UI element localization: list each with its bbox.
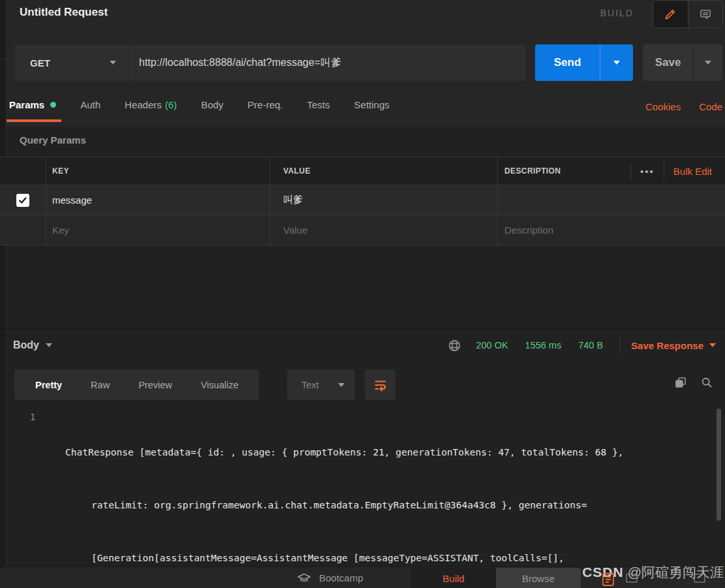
tab-params[interactable]: Params [9,99,56,122]
chevron-down-icon [709,343,716,347]
edit-mode-button[interactable] [653,1,688,27]
keyboard-icon [694,574,705,583]
tab-body[interactable]: Body [201,99,223,122]
headers-count-badge: (6) [165,99,177,110]
response-header: Body 200 OK 1556 ms 740 B Save Response [7,330,725,361]
tab-auth[interactable]: Auth [80,99,100,122]
method-label: GET [30,57,110,69]
save-button-label[interactable]: Save [643,44,694,81]
response-body-viewer[interactable]: 1 ChatResponse [metadata={ id: , usage: … [7,406,725,561]
value-placeholder[interactable]: Value [283,224,307,236]
send-button-label[interactable]: Send [535,44,600,81]
pencil-icon [664,8,677,21]
document-icon [602,572,615,588]
browse-segment[interactable]: Browse [496,568,581,588]
comment-icon [699,8,712,21]
description-placeholder[interactable]: Description [504,224,553,236]
tab-params-label: Params [9,99,44,110]
method-select[interactable]: GET [14,44,128,81]
tab-pretty[interactable]: Pretty [21,380,76,390]
chevron-down-icon [338,383,345,387]
more-dots-icon[interactable]: ••• [640,166,655,177]
table-row: message 叫爹 [0,185,725,215]
build-mode-label: BUILD [600,8,634,18]
param-value-cell[interactable]: 叫爹 [283,194,303,206]
bootcamp-button[interactable]: Bootcamp [297,567,363,588]
tab-raw[interactable]: Raw [76,380,124,390]
request-title: Untitled Request [20,6,108,19]
sidebar-edge [0,0,7,588]
chevron-down-icon [46,343,52,347]
chevron-down-icon [613,61,620,65]
response-size[interactable]: 740 B [578,340,603,350]
param-key-cell[interactable]: message [52,194,92,206]
url-input[interactable] [129,44,526,81]
window-icon [626,574,638,583]
query-params-table: KEY VALUE DESCRIPTION ••• Bulk Edit [0,157,725,245]
comment-mode-button[interactable] [688,1,723,27]
chevron-down-icon [705,61,711,65]
save-button[interactable]: Save [643,44,722,81]
divider [0,328,725,329]
build-segment[interactable]: Build [411,568,496,588]
bootcamp-label: Bootcamp [319,572,363,583]
tab-preview[interactable]: Preview [124,380,187,390]
tab-headers[interactable]: Headers (6) [125,99,177,122]
wrap-text-button[interactable] [365,369,395,400]
search-icon[interactable] [700,376,713,389]
globe-icon[interactable] [448,339,461,352]
tab-visualize[interactable]: Visualize [187,380,253,390]
response-code: ChatResponse [metadata={ id: , usage: { … [65,409,708,588]
build-browse-switch: Build Browse [411,568,581,588]
send-options-caret[interactable] [600,44,633,81]
query-params-title: Query Params [20,134,86,146]
csdn-watermark: CSDN @阿碹勇闯天涯 [582,563,724,581]
format-select[interactable]: Text [287,369,355,400]
tab-pre-request[interactable]: Pre-req. [247,99,283,122]
divider [664,162,664,179]
active-tab-underline [7,119,61,122]
scrollbar-thumb[interactable] [717,409,721,521]
column-header-description: DESCRIPTION [504,166,561,176]
save-response-button[interactable]: Save Response [631,340,716,351]
response-view-tabs: Pretty Raw Preview Visualize [14,369,259,400]
status-bar: Bootcamp Build Browse CSDN @阿碹勇闯天涯 [0,566,725,588]
response-time[interactable]: 1556 ms [525,340,562,350]
tab-tests[interactable]: Tests [307,99,330,122]
copy-icon[interactable] [674,376,687,389]
column-header-value: VALUE [283,166,311,176]
bulk-edit-link[interactable]: Bulk Edit [673,166,712,177]
status-badge[interactable]: 200 OK [476,340,508,350]
send-button[interactable]: Send [535,44,633,81]
code-line: ChatResponse [metadata={ id: , usage: { … [65,444,708,461]
response-body-label: Body [13,339,39,351]
graduation-cap-icon [297,571,311,585]
save-options-caret[interactable] [694,44,722,81]
row-checkbox-checked[interactable] [16,194,29,207]
table-header-row: KEY VALUE DESCRIPTION ••• Bulk Edit [0,157,725,185]
chevron-down-icon [110,61,116,65]
key-placeholder[interactable]: Key [52,224,69,236]
line-number: 1 [7,409,59,426]
request-tabs: Params Auth Headers (6) Body Pre-req. Te… [7,99,725,127]
divider [630,162,631,179]
postman-window: Untitled Request BUILD GET [0,0,725,588]
code-line: rateLimit: org.springframework.ai.chat.m… [65,497,708,514]
format-label: Text [301,380,319,390]
params-active-dot [50,102,56,108]
cookies-link[interactable]: Cookies [645,101,681,112]
code-link[interactable]: Code [699,101,722,112]
response-body-dropdown[interactable]: Body [13,339,52,351]
wrap-text-icon [373,378,388,392]
check-icon [18,196,27,205]
column-header-key: KEY [52,166,69,176]
tab-settings[interactable]: Settings [354,99,390,122]
divider [620,337,621,354]
table-row-empty: Key Value Description [0,215,725,245]
response-toolbar: Pretty Raw Preview Visualize Text [7,369,725,400]
mode-toggle-group [653,0,723,28]
watermark-handle: @阿碹勇闯天涯 [628,563,724,581]
